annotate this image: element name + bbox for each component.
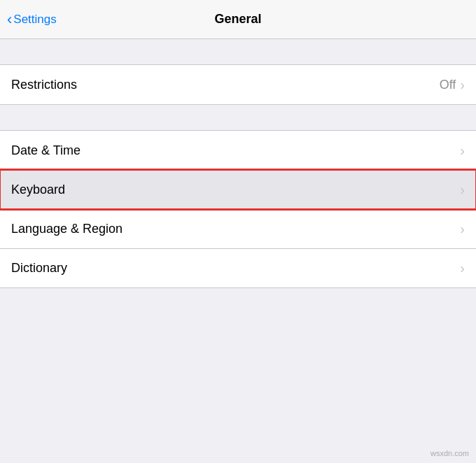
keyboard-chevron-icon: › (460, 182, 465, 198)
dictionary-chevron-icon: › (460, 260, 465, 276)
date-time-label: Date & Time (11, 143, 80, 158)
restrictions-value: Off (440, 78, 456, 92)
keyboard-label: Keyboard (11, 183, 65, 197)
date-time-chevron-icon: › (460, 143, 465, 159)
language-region-chevron-icon: › (460, 221, 465, 237)
restrictions-row[interactable]: Restrictions Off › (0, 65, 476, 104)
language-region-right: › (460, 221, 465, 237)
restrictions-section: Restrictions Off › (0, 64, 476, 105)
section-gap-middle (0, 105, 476, 130)
restrictions-right: Off › (440, 77, 465, 93)
restrictions-label: Restrictions (11, 78, 77, 92)
section-gap-top (0, 39, 476, 64)
page-title: General (214, 12, 261, 27)
dictionary-label: Dictionary (11, 261, 67, 276)
date-time-right: › (460, 143, 465, 159)
dictionary-right: › (460, 260, 465, 276)
back-button[interactable]: ‹ Settings (7, 12, 57, 27)
keyboard-row[interactable]: Keyboard › (0, 170, 476, 209)
main-section: Date & Time › Keyboard › Language & Regi… (0, 130, 476, 288)
restrictions-chevron-icon: › (460, 77, 465, 93)
date-time-row[interactable]: Date & Time › (0, 131, 476, 170)
watermark: wsxdn.com (430, 449, 469, 457)
dictionary-row[interactable]: Dictionary › (0, 248, 476, 287)
back-chevron-icon: ‹ (7, 12, 12, 27)
language-region-label: Language & Region (11, 222, 122, 236)
keyboard-right: › (460, 182, 465, 198)
nav-bar: ‹ Settings General (0, 0, 476, 39)
back-label: Settings (13, 13, 56, 27)
language-region-row[interactable]: Language & Region › (0, 209, 476, 248)
